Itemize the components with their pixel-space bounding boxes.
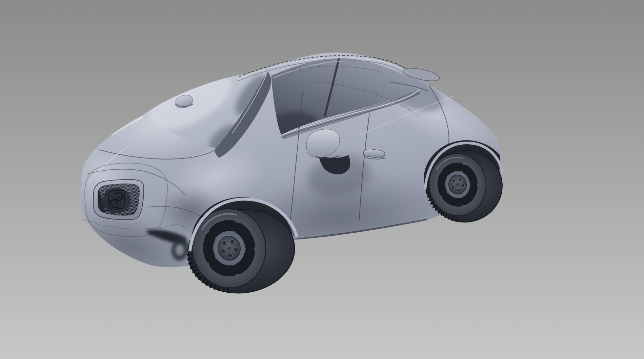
car-render-3d — [0, 0, 644, 359]
render-viewport — [0, 0, 644, 359]
front-grille — [93, 180, 144, 220]
grille-mesh — [97, 182, 141, 217]
foglight-lens — [176, 245, 184, 255]
